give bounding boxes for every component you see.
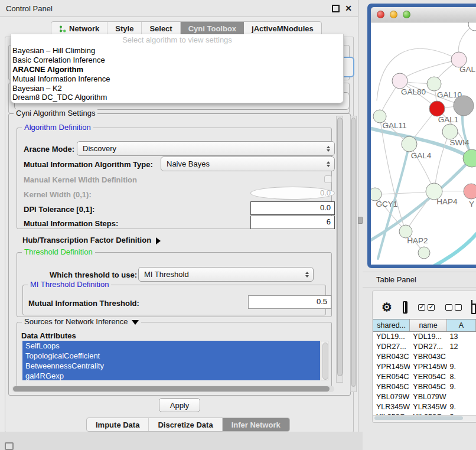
network-node[interactable] [418,247,430,259]
zoom-traffic-light-icon[interactable] [403,11,410,18]
mi-type-combo[interactable]: Naive Bayes [161,156,335,171]
algorithm-option[interactable]: ARACNE Algorithm [11,65,343,74]
table-row[interactable]: YLR345WYLR345W9. [373,402,476,412]
node-attribute-table: shared...nameAYDL19...YDL19...13YDR27...… [373,319,476,415]
table-panel-titlebar: Table Panel [363,272,476,288]
table-cell: YLR345W [373,402,410,412]
network-node[interactable] [442,124,458,139]
network-canvas[interactable]: GALGAL80GAL10GAL1GAL11SWI4GAL4GCY1HAP4YH… [371,22,476,265]
tab-network[interactable]: Network [51,22,107,35]
table-row[interactable]: YDR27...YDR27...12 [373,342,476,352]
close-traffic-light-icon[interactable] [377,11,384,18]
algorithm-option[interactable]: Bayesian – K2 [11,84,343,93]
network-window-titlebar[interactable] [371,7,476,22]
attribute-list-item[interactable]: SelfLoops [22,341,320,351]
split-table-icon[interactable] [403,301,407,314]
data-attributes-label: Data Attributes [21,331,76,340]
network-node-y[interactable] [464,184,476,199]
table-cell: YDR27... [410,342,446,352]
table-cell: 9. [447,362,476,372]
tab-infer-network[interactable]: Infer Network [223,418,289,431]
tab-style[interactable]: Style [107,22,142,35]
network-node-gal80[interactable] [392,73,407,89]
table-cell: YBR043C [410,352,446,362]
table-row[interactable]: YBR043CYBR043C [373,352,476,362]
file-icon[interactable] [471,300,476,314]
node-label: SWI4 [449,138,469,147]
attribute-list-item[interactable]: BetweennessCentrality [22,361,320,371]
algorithm-option[interactable]: Dream8 DC_TDC Algorithm [11,93,343,102]
mi-steps-field[interactable]: 6 [250,216,335,229]
network-node[interactable] [454,96,474,116]
tab-select[interactable]: Select [142,22,180,35]
column-header-a[interactable]: A [447,319,476,331]
splitter-handle[interactable] [358,217,363,224]
tab-impute-data[interactable]: Impute Data [87,418,149,431]
network-edge [400,60,459,81]
apply-button[interactable]: Apply [159,398,200,412]
table-row[interactable]: YPR145WYPR145W9. [373,362,476,372]
bottom-tab-bar: Impute DataDiscretize DataInfer Network [86,418,290,432]
gear-icon[interactable]: ⚙ [382,301,392,313]
algorithm-option[interactable]: Mutual Information Inference [11,74,343,84]
checkbox-checked-icon[interactable]: ✓ [428,304,435,311]
hub-definition-expander[interactable]: Hub/Transcription Factor Definition [22,236,161,244]
manual-kernel-checkbox[interactable] [324,175,332,183]
algorithm-option[interactable]: Basic Correlation Inference [11,56,343,65]
sources-title-label: Sources for Network Inference [24,317,128,326]
algorithm-dropdown-hint: Select algorithm to view settings [11,34,343,46]
attributes-list-scrollbar[interactable] [321,341,328,380]
node-label: GAL11 [382,121,406,130]
table-row[interactable]: YDL19...YDL19...13 [373,332,476,342]
aracne-mode-combo[interactable]: Discovery [77,141,335,156]
which-threshold-value: MI Threshold [144,270,189,279]
table-row[interactable]: YER054CYER054C8. [373,372,476,382]
checkbox-unchecked-icon[interactable] [445,304,452,311]
table-row[interactable]: YBL079WYBL079W [373,392,476,402]
close-panel-icon[interactable]: ✕ [345,4,352,12]
table-cell: 9. [447,382,476,392]
aracne-mode-label: Aracne Mode: [24,145,74,154]
network-node-gal1[interactable] [429,101,445,116]
node-label: GAL1 [438,115,459,124]
dpi-tolerance-field[interactable]: 0.0 [250,201,335,215]
kernel-width-field[interactable]: 0.0 [250,187,335,200]
attribute-list-item[interactable]: gal4RGexp [22,371,320,380]
aracne-mode-value: Discovery [83,144,116,153]
column-header-name[interactable]: name [410,319,446,331]
network-node-gcy1[interactable] [371,188,382,201]
node-label: GAL [459,65,476,74]
hub-definition-label: Hub/Transcription Factor Definition [22,236,151,244]
table-row[interactable]: YBR045CYBR045C9. [373,382,476,392]
network-node-gal10[interactable] [427,77,441,91]
tab-cyni-toolbox[interactable]: Cyni Toolbox [181,22,244,35]
settings-horizontal-scrollbar[interactable] [12,386,334,392]
node-label: Y [469,200,474,208]
table-horizontal-scrollbar[interactable] [373,415,476,421]
panel-vertical-scrollbar[interactable] [350,116,357,392]
table-cell: YER054C [373,372,410,382]
mi-threshold-definition-title: MI Threshold Definition [28,280,111,289]
settings-vertical-scrollbar[interactable] [336,116,343,383]
minimize-traffic-light-icon[interactable] [390,11,397,18]
network-node[interactable] [468,22,476,31]
sources-title[interactable]: Sources for Network Inference [22,317,141,326]
tab-jactivemnodules[interactable]: jActiveMNodules [244,22,321,35]
mi-threshold-field[interactable]: 0.5 [248,295,331,309]
checkbox-unchecked-icon[interactable] [455,304,462,311]
table-cell: YBR045C [373,382,410,392]
checkbox-checked-icon[interactable]: ✓ [418,304,425,311]
network-node-gal4[interactable] [402,136,417,152]
algorithm-option[interactable]: Bayesian – Hill Climbing [11,46,343,56]
tab-discretize-data[interactable]: Discretize Data [149,418,222,431]
minimized-panel-icon[interactable] [5,442,14,450]
table-cell: 12 [447,342,476,352]
attribute-list-item[interactable]: TopologicalCoefficient [22,351,320,361]
node-label: HAP4 [436,197,458,206]
node-label: GAL4 [411,151,432,160]
network-edge [375,191,434,194]
table-cell: YLR345W [410,402,446,412]
column-header-shared-[interactable]: shared... [373,319,410,331]
which-threshold-combo[interactable]: MI Threshold [138,267,314,282]
float-panel-icon[interactable] [332,5,340,12]
